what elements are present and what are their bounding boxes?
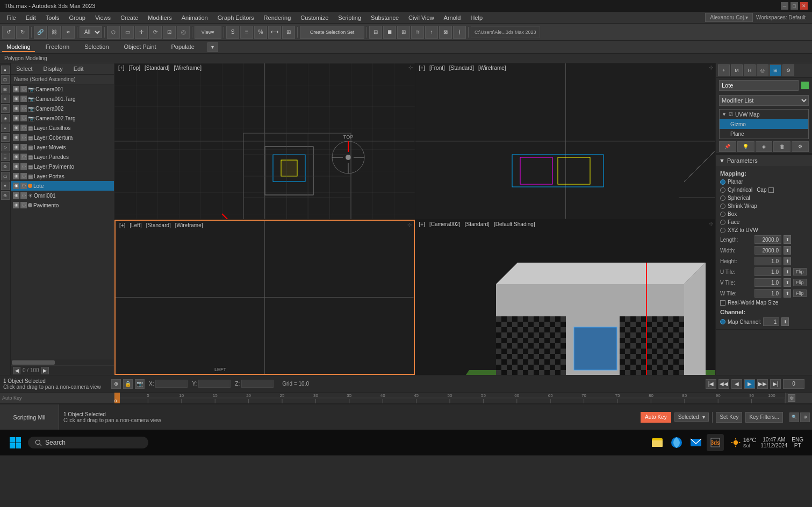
- shrinkwrap-radio[interactable]: [720, 204, 725, 209]
- visibility-icon[interactable]: ◉: [13, 134, 19, 141]
- taskbar-search[interactable]: Search: [28, 437, 148, 448]
- menu-arnold[interactable]: Arnold: [440, 13, 465, 22]
- visibility-icon[interactable]: ◉: [13, 144, 19, 150]
- tb-extra4[interactable]: ≋: [411, 26, 424, 39]
- timeline-config-btn[interactable]: ⚙: [788, 394, 795, 402]
- menu-scripting[interactable]: Scripting: [334, 13, 365, 22]
- mini-tb-10[interactable]: ≣: [1, 153, 10, 161]
- box-radio[interactable]: [720, 212, 725, 217]
- mini-tb-4[interactable]: ✳: [1, 95, 10, 103]
- lock-icon[interactable]: ◌: [20, 134, 27, 141]
- face-radio[interactable]: [720, 220, 725, 225]
- mini-tb-11[interactable]: ⊛: [1, 162, 10, 171]
- taskbar-app-browser[interactable]: [668, 434, 685, 451]
- menu-civil-view[interactable]: Civil View: [404, 13, 438, 22]
- map-channel-radio[interactable]: [720, 319, 725, 324]
- anim-end-btn[interactable]: ▶|: [770, 379, 781, 389]
- vp-view-label[interactable]: [Camera002]: [428, 221, 462, 228]
- anim-fwd-btn[interactable]: ▶▶: [757, 379, 768, 389]
- scene-item-layer-caixilhos[interactable]: ◉ ◌ ▦ Layer:Caixilhos: [11, 123, 114, 133]
- object-name-input[interactable]: [719, 80, 799, 91]
- tab-modeling[interactable]: Modeling: [2, 42, 35, 52]
- lock-icon[interactable]: ◌: [20, 163, 27, 170]
- width-spinner[interactable]: ⬆: [784, 246, 791, 255]
- viewport-left[interactable]: [+] [Left] [Standard] [Wireframe] ⊹: [114, 220, 415, 375]
- vp-view-label[interactable]: [Left]: [128, 222, 143, 229]
- snap2[interactable]: ≡: [240, 26, 253, 39]
- wtile-input[interactable]: [754, 289, 781, 298]
- vtile-spinner[interactable]: ⬆: [784, 278, 791, 287]
- scene-item-layer-moveis[interactable]: ◉ ◌ ▦ Layer:Móveis: [11, 142, 114, 152]
- rect-select-btn[interactable]: ▭: [121, 26, 134, 39]
- vp-shading-label[interactable]: [Standard]: [448, 64, 476, 71]
- vp-mode-label[interactable]: [Wireframe]: [477, 64, 508, 71]
- mod-uvw-map[interactable]: ▼ ☑ UVW Map: [720, 110, 808, 119]
- link-button[interactable]: 🔗: [34, 26, 47, 39]
- lock-icon[interactable]: ◌: [20, 125, 27, 131]
- viewport-camera[interactable]: [+] [Camera002] [Standard] [Default Shad…: [415, 220, 716, 375]
- lock-icon[interactable]: ◌: [20, 173, 27, 179]
- move-btn[interactable]: ✛: [135, 26, 148, 39]
- lock-icon[interactable]: ◌: [20, 86, 27, 92]
- scale-btn[interactable]: ⊡: [163, 26, 176, 39]
- taskbar-app-mail[interactable]: [687, 434, 705, 451]
- scene-item-camera002targ[interactable]: ◉ ◌ 📷 Camera002.Targ: [11, 113, 114, 123]
- height-input[interactable]: [754, 257, 781, 265]
- real-world-checkbox[interactable]: [720, 300, 725, 306]
- lock-icon[interactable]: ◌: [20, 96, 27, 102]
- visibility-icon[interactable]: ◉: [13, 183, 19, 189]
- mod-pin-btn[interactable]: 📌: [719, 141, 736, 152]
- bind-button[interactable]: ≈: [62, 26, 75, 39]
- taskbar-app-explorer[interactable]: [649, 434, 666, 451]
- menu-rendering[interactable]: Rendering: [260, 13, 296, 22]
- status-nav-btn[interactable]: ⊕: [800, 412, 810, 422]
- vp-shading-label[interactable]: [Standard]: [143, 64, 171, 71]
- rp-motion-icon[interactable]: ◎: [757, 64, 768, 76]
- visibility-icon[interactable]: ◉: [13, 202, 19, 208]
- menu-edit[interactable]: Edit: [21, 13, 40, 22]
- lock-icon[interactable]: ◌: [20, 192, 27, 199]
- xyz-radio[interactable]: [720, 228, 725, 233]
- weather-widget[interactable]: 16°C Sol: [730, 437, 757, 448]
- status-zoom-btn[interactable]: 🔍: [789, 412, 799, 422]
- scene-item-camera002[interactable]: ◉ ◌ 📷 Camera002: [11, 104, 114, 113]
- utile-spinner[interactable]: ⬆: [784, 267, 791, 276]
- undo-button[interactable]: ↺: [2, 26, 15, 39]
- viewport-front[interactable]: [+] [Front] [Standard] [Wireframe] ⊹: [415, 63, 716, 219]
- menu-graph-editors[interactable]: Graph Editors: [213, 13, 258, 22]
- mini-tb-6[interactable]: ◈: [1, 114, 10, 122]
- timeline-ruler[interactable]: 5 10 15 20 25 30 35 40 45 50 55 60 65: [114, 393, 785, 403]
- clock[interactable]: 10:47 AM 11/12/2024: [760, 437, 787, 448]
- anim-prev-btn[interactable]: ◀◀: [718, 379, 729, 389]
- tb-extra3[interactable]: ⊞: [397, 26, 410, 39]
- scene-item-camera001targ[interactable]: ◉ ◌ 📷 Camera001.Targ: [11, 94, 114, 104]
- spherical-radio[interactable]: [720, 195, 725, 201]
- scripting-button[interactable]: Scripting Mil: [0, 404, 59, 430]
- visibility-icon[interactable]: ◉: [13, 115, 19, 121]
- x-input[interactable]: [155, 380, 188, 388]
- redo-button[interactable]: ↻: [16, 26, 29, 39]
- lock-icon[interactable]: ◌: [20, 115, 27, 121]
- cylindrical-radio[interactable]: [720, 187, 725, 193]
- scene-tab-edit[interactable]: Edit: [68, 63, 89, 74]
- menu-animation[interactable]: Animation: [177, 13, 212, 22]
- tab-object-paint[interactable]: Object Paint: [120, 42, 161, 52]
- menu-views[interactable]: Views: [91, 13, 115, 22]
- scene-list[interactable]: ◉ ◌ 📷 Camera001 ◉ ◌ 📷 Camera001.Targ ◉ ◌…: [11, 84, 114, 359]
- rp-hierarchy-icon[interactable]: H: [744, 64, 756, 76]
- scene-tab-display[interactable]: Display: [38, 63, 68, 74]
- height-spinner[interactable]: ⬆: [784, 257, 791, 265]
- menu-create[interactable]: Create: [116, 13, 142, 22]
- unlink-button[interactable]: ⛓: [48, 26, 61, 39]
- anim-start-btn[interactable]: |◀: [706, 379, 716, 389]
- status-icon1[interactable]: ⊕: [111, 379, 121, 389]
- vp-shading-label[interactable]: [Standard]: [145, 222, 173, 229]
- mod-show-btn[interactable]: 💡: [737, 141, 754, 152]
- mod-sel-btn[interactable]: ◈: [756, 141, 773, 152]
- w-flip-btn[interactable]: Flip: [793, 289, 807, 297]
- lock-icon[interactable]: ◌: [20, 183, 27, 189]
- hierarchy-btn[interactable]: ⊞: [282, 26, 295, 39]
- close-button[interactable]: ✕: [800, 2, 808, 10]
- menu-help[interactable]: Help: [466, 13, 487, 22]
- scene-item-layer-portas[interactable]: ◉ ◌ ▦ Layer:Portas: [11, 171, 114, 181]
